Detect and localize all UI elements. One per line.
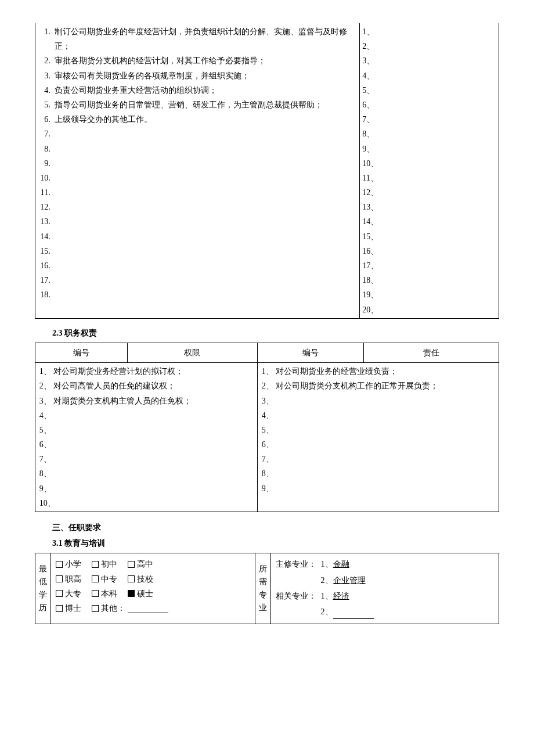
checkbox-label: 技校 <box>137 572 153 586</box>
education-checkbox[interactable]: 大专 <box>56 586 81 601</box>
duties-right-item: 11、 <box>362 171 496 185</box>
responsibility-item: 9、 <box>262 481 496 496</box>
responsibility-list: 1、 对公司期货业务的经营业绩负责；2、 对公司期货类分支机构工作的正常开展负责… <box>260 364 496 496</box>
section-2-3-title: 2.3 职务权责 <box>52 326 499 340</box>
education-checkbox[interactable]: 本科 <box>92 586 117 601</box>
section-3-1-title: 3.1 教育与培训 <box>52 536 499 550</box>
authority-item: 4、 <box>39 408 255 423</box>
duties-right-item: 6、 <box>362 98 496 112</box>
checkbox-icon <box>92 590 99 597</box>
checkbox-icon <box>128 590 135 597</box>
min-education-label: 最低学历 <box>35 553 51 624</box>
duties-left-item <box>52 142 357 156</box>
education-checkbox-grid: 小学初中高中职高中专技校大专本科硕士博士其他： <box>56 557 250 615</box>
checkbox-label: 其他： <box>101 601 125 615</box>
duties-left-item <box>52 287 357 302</box>
responsibility-item: 6、 <box>262 437 496 452</box>
checkbox-label: 中专 <box>101 572 117 586</box>
col-header-responsibility: 责任 <box>364 343 499 362</box>
education-checkbox[interactable]: 职高 <box>56 572 81 586</box>
duties-left-item: 制订公司期货业务的年度经营计划，并负责组织计划的分解、实施、监督与及时修正； <box>52 24 357 53</box>
education-checkbox[interactable]: 硕士 <box>128 586 153 601</box>
authority-item: 8、 <box>39 466 255 481</box>
duties-right-item: 5、 <box>362 83 496 98</box>
duties-right-item: 9、 <box>362 142 496 156</box>
checkbox-label: 硕士 <box>137 586 153 601</box>
authority-item: 5、 <box>39 423 255 437</box>
education-checkbox[interactable]: 高中 <box>128 557 153 571</box>
checkbox-icon <box>128 575 135 582</box>
responsibility-item: 5、 <box>262 423 496 437</box>
duties-left-item <box>52 244 357 258</box>
duties-right-item: 17、 <box>362 258 496 273</box>
responsibility-item: 3、 <box>262 394 496 408</box>
duties-right-item: 20、 <box>362 303 496 317</box>
duties-left-item <box>52 171 357 185</box>
checkbox-label: 高中 <box>137 557 153 571</box>
duties-right-item: 4、 <box>362 69 496 83</box>
responsibility-item: 7、 <box>262 452 496 466</box>
duties-right-item: 2、 <box>362 39 496 53</box>
checkbox-icon <box>92 561 99 568</box>
duties-left-list: 制订公司期货业务的年度经营计划，并负责组织计划的分解、实施、监督与及时修正；审批… <box>38 24 357 303</box>
duties-left-item <box>52 214 357 229</box>
checkbox-icon <box>56 590 63 597</box>
responsibility-item: 8、 <box>262 466 496 481</box>
duties-right-item: 12、 <box>362 185 496 200</box>
duties-right-item: 15、 <box>362 229 496 244</box>
authority-item: 6、 <box>39 437 255 452</box>
education-checkbox[interactable]: 博士 <box>56 601 81 615</box>
checkbox-label: 职高 <box>65 572 81 586</box>
authority-item: 2、 对公司高管人员的任免的建议权； <box>39 379 255 393</box>
duties-left-item <box>52 258 357 273</box>
checkbox-label: 大专 <box>65 586 81 601</box>
duties-right-item: 3、 <box>362 53 496 68</box>
duties-table: 制订公司期货业务的年度经营计划，并负责组织计划的分解、实施、监督与及时修正；审批… <box>35 23 499 319</box>
education-checkbox[interactable]: 小学 <box>56 557 81 571</box>
required-major-label: 所需专业 <box>255 553 270 624</box>
checkbox-icon <box>56 575 63 582</box>
authority-item: 1、 对公司期货业务经营计划的拟订权； <box>39 364 255 379</box>
duties-right-item: 7、 <box>362 112 496 127</box>
duties-right-item: 16、 <box>362 244 496 258</box>
main-major-label: 主修专业： <box>276 557 316 571</box>
checkbox-label: 初中 <box>101 557 117 571</box>
duties-left-item <box>52 156 357 171</box>
related-major-label: 相关专业： <box>276 589 316 603</box>
authority-item: 9、 <box>39 481 255 496</box>
duties-left-item <box>52 127 357 141</box>
duties-right-item: 19、 <box>362 287 496 302</box>
checkbox-label: 本科 <box>101 586 117 601</box>
duties-right-item: 14、 <box>362 214 496 229</box>
col-header-authority: 权限 <box>128 343 258 362</box>
main-major-2: 2、企业管理 <box>321 573 366 588</box>
checkbox-label: 小学 <box>65 557 81 571</box>
responsibility-item: 1、 对公司期货业务的经营业绩负责； <box>262 364 496 379</box>
col-header-num-right: 编号 <box>257 343 363 362</box>
responsibility-item: 4、 <box>262 408 496 423</box>
education-checkbox[interactable]: 技校 <box>128 572 153 586</box>
checkbox-icon <box>92 605 99 612</box>
duties-right-item: 8、 <box>362 127 496 141</box>
authority-list: 1、 对公司期货业务经营计划的拟订权；2、 对公司高管人员的任免的建议权；3、 … <box>38 364 255 510</box>
education-checkbox-other[interactable]: 其他： <box>92 601 168 615</box>
checkbox-icon <box>56 605 63 612</box>
duties-left-item: 审核公司有关期货业务的各项规章制度，并组织实施； <box>52 69 357 83</box>
section-3-title: 三、任职要求 <box>52 520 499 535</box>
education-major-table: 最低学历 小学初中高中职高中专技校大专本科硕士博士其他： 所需专业 主修专业： … <box>35 553 499 624</box>
authority-item: 3、 对期货类分支机构主管人员的任免权； <box>39 394 255 408</box>
authority-responsibility-table: 编号 权限 编号 责任 1、 对公司期货业务经营计划的拟订权；2、 对公司高管人… <box>35 343 499 512</box>
checkbox-icon <box>92 575 99 582</box>
duties-left-item <box>52 229 357 244</box>
checkbox-icon <box>56 561 63 568</box>
duties-left-item: 指导公司期货业务的日常管理、营销、研发工作，为主管副总裁提供帮助； <box>52 98 357 112</box>
education-checkbox[interactable]: 中专 <box>92 572 117 586</box>
duties-right-item: 13、 <box>362 200 496 214</box>
duties-left-item: 审批各期货分支机构的经营计划，对其工作给予必要指导； <box>52 53 357 68</box>
duties-left-item <box>52 185 357 200</box>
main-major-1: 1、金融 <box>321 557 349 571</box>
duties-left-item: 负责公司期货业务重大经营活动的组织协调； <box>52 83 357 98</box>
education-checkbox[interactable]: 初中 <box>92 557 117 571</box>
duties-right-list: 1、2、3、4、5、6、7、8、9、10、11、12、13、14、15、16、1… <box>362 24 496 317</box>
other-blank[interactable] <box>128 603 168 613</box>
